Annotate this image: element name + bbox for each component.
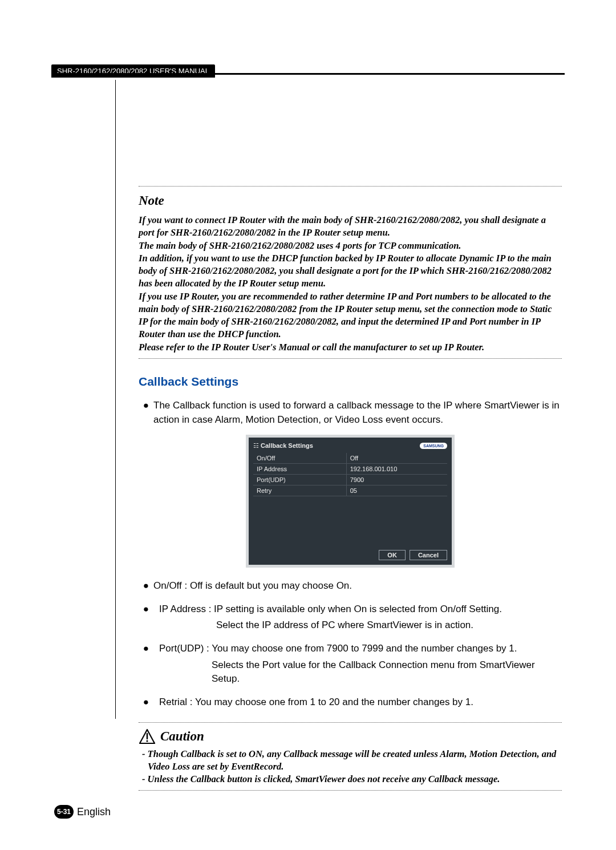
table-row: Port(UDP) 7900 [253,475,447,485]
caution-item: - Though Callback is set to ON, any Call… [139,748,562,774]
intro-text: The Callback function is used to forward… [153,399,562,427]
page-number-badge: 5-31 [54,805,74,819]
row-label: Port(UDP) [253,475,346,485]
note-heading: Note [139,193,562,208]
caution-divider-top [139,722,562,723]
section-heading: Callback Settings [139,375,562,388]
bullet-icon: ● [139,695,153,710]
warning-icon [139,728,156,744]
row-value: Off [346,453,447,464]
row-label: Retry [253,485,346,496]
bullet-onoff: ● On/Off : Off is default but you may ch… [139,579,562,593]
bullet-icon: ● [139,399,153,427]
bullet-ip: ● IP Address : IP setting is available o… [139,602,562,617]
bullet-text: Retrial : You may choose one from 1 to 2… [153,695,562,710]
header-rule [51,73,565,75]
bullet-retrial: ● Retrial : You may choose one from 1 to… [139,695,562,710]
caution-divider-bottom [139,790,562,791]
caution-heading: Caution [160,729,204,744]
caution-item: - Unless the Callback button is clicked,… [139,773,562,786]
bullet-text: IP Address : IP setting is available onl… [153,602,562,617]
bullet-port: ● Port(UDP) : You may choose one from 79… [139,642,562,656]
bullet-text: Port(UDP) : You may choose one from 7900… [153,642,562,656]
row-label: On/Off [253,453,346,464]
note-divider-bottom [139,358,562,359]
table-row: Retry 05 [253,485,447,496]
bullet-text: Selects the Port value for the Callback … [153,658,562,686]
header-tab: SHR-2160/2162/2080/2082 USER'S MANUAL [51,64,215,78]
bullet-icon: ● [139,579,153,593]
row-value: 7900 [346,475,447,485]
table-row: On/Off Off [253,453,447,464]
cancel-button[interactable]: Cancel [410,550,447,560]
row-label: IP Address [253,464,346,475]
bullet-ip-cont: Select the IP address of PC where SmartV… [139,618,562,633]
dialog-title: Callback Settings [261,442,313,449]
ok-button[interactable]: OK [379,550,406,560]
table-row: IP Address 192.168.001.010 [253,464,447,475]
bullet-icon: ● [139,602,153,617]
note-body: If you want to connect IP Router with th… [139,214,562,354]
bullet-icon: ● [139,642,153,656]
bullet-text: On/Off : Off is default but you may choo… [153,579,562,593]
footer-language: English [77,806,111,818]
bullet-port-cont: Selects the Port value for the Callback … [139,658,562,686]
svg-point-2 [146,740,148,742]
row-value: 192.168.001.010 [346,464,447,475]
dialog-icon: ☷ [253,442,259,449]
dialog-table: On/Off Off IP Address 192.168.001.010 Po… [253,453,447,496]
row-value: 05 [346,485,447,496]
note-divider-top [139,186,562,187]
intro-bullet: ● The Callback function is used to forwa… [139,399,562,427]
bullet-text: Select the IP address of PC where SmartV… [153,618,562,633]
samsung-logo: SAMSUNG [420,443,447,449]
callback-dialog: ☷ Callback Settings SAMSUNG On/Off Off I… [246,435,455,568]
